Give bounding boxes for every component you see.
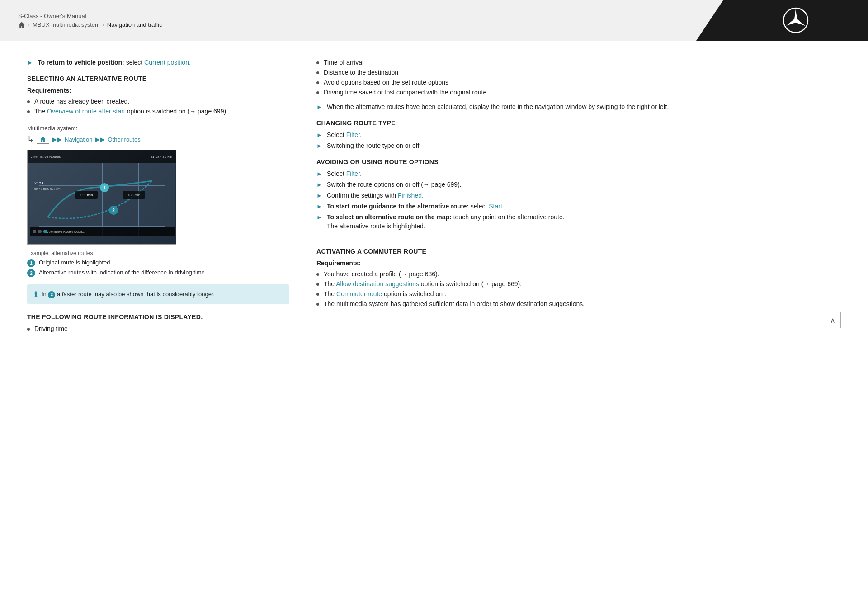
current-position-link[interactable]: Current position.: [144, 59, 191, 66]
commuter-req-1: You have created a profile (→ page 636).: [316, 270, 841, 278]
avoiding-item-3: ► Confirm the settings with Finished.: [316, 192, 841, 199]
req-item-1-text: A route has already been created.: [34, 98, 129, 105]
route-badge-2: 2: [27, 269, 35, 277]
nav-home-icon: [40, 136, 46, 142]
finished-link[interactable]: Finished.: [398, 192, 424, 199]
breadcrumb: › MBUX multimedia system › Navigation an…: [18, 21, 162, 28]
avoiding-item-5-text: To select an alternative route on the ma…: [327, 213, 565, 221]
route-info-list-right: Time of arrival Distance to the destinat…: [316, 59, 841, 96]
arrow-sym-6: ►: [316, 181, 322, 188]
info-icon: ℹ: [34, 290, 37, 299]
alt-route-highlighted-text: The alternative route is highlighted.: [327, 222, 565, 230]
arrow-sym-3: ►: [316, 132, 322, 138]
numbered-item-2-text: Alternative routes with indication of th…: [39, 269, 205, 276]
req-item-2: The Overview of route after start option…: [27, 108, 289, 115]
main-content: ► To return to vehicle position: select …: [0, 41, 868, 614]
bullet-dot: [27, 328, 30, 331]
arrow-sym-5: ►: [316, 170, 322, 177]
breadcrumb-step2: Navigation and traffic: [107, 21, 162, 28]
info-badge-2: 2: [48, 291, 55, 298]
start-link[interactable]: Start.: [489, 203, 504, 210]
right-column: Time of arrival Distance to the destinat…: [316, 59, 841, 587]
map-roads-svg: 1 2 +11 min +38 min 21:56 5h 47 min, 637…: [30, 163, 175, 245]
commuter-route-link[interactable]: Commuter route: [336, 290, 382, 298]
breadcrumb-sep-2: ›: [103, 22, 104, 28]
scroll-area: ∧: [316, 310, 841, 328]
commuter-req-1-text: You have created a profile (→ page 636).: [324, 270, 439, 278]
svg-point-21: [38, 230, 42, 233]
arrow-sym-2: ►: [316, 104, 322, 110]
commuter-req-2: The Allow destination suggestions option…: [316, 280, 841, 288]
bullet-dot: [316, 293, 319, 296]
changing-route-item-1-text: Select Filter.: [327, 131, 362, 138]
route-badge-1: 1: [27, 259, 35, 267]
numbered-item-1-text: Original route is highlighted: [39, 259, 110, 266]
caption-area: Example: alternative routes 1 Original r…: [27, 250, 289, 277]
arrow-symbol: ►: [27, 59, 33, 66]
avoid-text: Avoid options based on the set route opt…: [324, 79, 448, 86]
requirements-heading: Requirements:: [27, 87, 289, 94]
header-text-block: S-Class - Owner's Manual › MBUX multimed…: [18, 13, 162, 28]
commuter-req-3: The Commuter route option is switched on…: [316, 290, 841, 298]
route-info-arrival: Time of arrival: [316, 59, 841, 66]
caption-text: Example: alternative routes: [27, 250, 289, 256]
breadcrumb-step1[interactable]: MBUX multimedia system: [33, 21, 100, 28]
scroll-top-button[interactable]: ∧: [825, 312, 841, 328]
mercedes-star-icon: [782, 7, 809, 34]
multimedia-label: Multimedia system:: [27, 125, 289, 132]
avoiding-item-1: ► Select Filter.: [316, 170, 841, 177]
avoiding-item-2-text: Switch the route options on or off (→ pa…: [327, 181, 462, 188]
svg-text:Alternative Routes touch...: Alternative Routes touch...: [47, 230, 85, 233]
alt-routes-note-item: ► When the alternative routes have been …: [316, 103, 841, 110]
commuter-req-4: The multimedia system has gathered suffi…: [316, 300, 841, 307]
nav-double-arrow-1: ▶▶: [52, 136, 62, 143]
nav-double-arrow-2: ▶▶: [95, 136, 105, 143]
bullet-dot: [316, 91, 319, 94]
filter-link-2[interactable]: Filter.: [346, 170, 362, 177]
return-vehicle-action: select: [126, 59, 144, 66]
following-route-heading: THE FOLLOWING ROUTE INFORMATION IS DISPL…: [27, 313, 289, 321]
nav-other-routes-link[interactable]: Other routes: [108, 136, 140, 143]
svg-text:+11 min: +11 min: [80, 193, 93, 197]
distance-text: Distance to the destination: [324, 69, 398, 76]
return-vehicle-text: To return to vehicle position: select Cu…: [38, 59, 191, 66]
svg-text:5h 47 min, 637 km: 5h 47 min, 637 km: [34, 187, 61, 190]
home-icon[interactable]: [18, 21, 25, 28]
changing-route-item-2-text: Switching the route type on or off.: [327, 142, 421, 149]
commuter-req-4-text: The multimedia system has gathered suffi…: [324, 300, 585, 307]
arrow-sym-8: ►: [316, 203, 322, 210]
driving-time-saved-text: Driving time saved or lost compared with…: [324, 89, 486, 96]
overview-route-link[interactable]: Overview of route after start: [47, 108, 125, 115]
avoiding-item-1-text: Select Filter.: [327, 170, 362, 177]
screenshot-bar-text: Alternative Routes: [31, 155, 61, 159]
avoiding-item-3-text: Confirm the settings with Finished.: [327, 192, 424, 199]
changing-route-item-1: ► Select Filter.: [316, 131, 841, 138]
allow-destination-link[interactable]: Allow destination suggestions: [336, 280, 419, 288]
bullet-dot: [27, 110, 30, 113]
breadcrumb-sep-1: ›: [28, 22, 30, 28]
manual-title: S-Class - Owner's Manual: [18, 13, 162, 19]
avoiding-item-5: ► To select an alternative route on the …: [316, 213, 841, 230]
numbered-item-2: 2 Alternative routes with indication of …: [27, 269, 289, 277]
changing-route-item-2: ► Switching the route type on or off.: [316, 142, 841, 149]
selecting-alt-route-heading: SELECTING AN ALTERNATIVE ROUTE: [27, 75, 289, 82]
alt-routes-note-text: When the alternative routes have been ca…: [327, 103, 669, 110]
avoiding-item-5-content: To select an alternative route on the ma…: [327, 213, 565, 230]
svg-point-20: [33, 230, 36, 233]
nav-path: ↳ ▶▶ Navigation ▶▶ Other routes: [27, 134, 289, 144]
nav-navigation-link[interactable]: Navigation: [65, 136, 92, 143]
time-arrival-text: Time of arrival: [324, 59, 363, 66]
svg-point-22: [43, 230, 47, 233]
bullet-dot: [316, 61, 319, 64]
req-item-1: A route has already been created.: [27, 98, 289, 105]
bullet-dot: [316, 303, 319, 306]
left-column: ► To return to vehicle position: select …: [27, 59, 289, 587]
nav-home-box: [37, 135, 49, 144]
route-info-distance: Distance to the destination: [316, 69, 841, 76]
arrow-sym-4: ►: [316, 142, 322, 149]
filter-link-1[interactable]: Filter.: [346, 131, 362, 138]
bullet-dot: [316, 283, 319, 286]
svg-text:1: 1: [103, 185, 106, 190]
bullet-dot: [316, 273, 319, 276]
map-screenshot: Alternative Routes 21:58 · 35 km: [27, 150, 176, 245]
